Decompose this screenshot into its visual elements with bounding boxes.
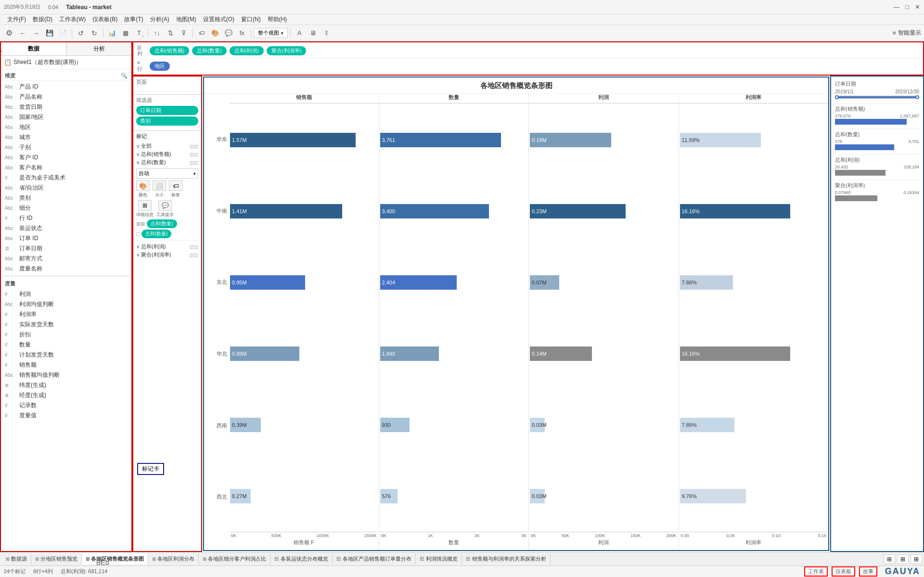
- tab-datasource[interactable]: ⊞ 数据源: [2, 553, 31, 564]
- toolbar-tooltip-icon[interactable]: 💬: [222, 27, 235, 39]
- tab-sales-profit-analysis[interactable]: 田 销售额与利润率的关系探索分析: [462, 553, 551, 564]
- measure-item-measure-value[interactable]: #度量值: [3, 410, 129, 421]
- measure-item-actual-ship-days[interactable]: #实际发货天数: [3, 320, 129, 330]
- dim-item-category[interactable]: Abc类别: [3, 193, 129, 203]
- measure-item-profit-judge[interactable]: Abc利润均值判断: [3, 299, 129, 309]
- toolbar-sort-asc-icon[interactable]: ↑↓: [151, 27, 163, 39]
- tab-region-sales-bar[interactable]: ⊞ 各地区销售概览条形图: [82, 553, 148, 564]
- toolbar-screen-icon[interactable]: 🖥: [307, 27, 319, 39]
- dim-item-product-name[interactable]: Abc产品名称: [3, 92, 129, 102]
- marks-auto-select[interactable]: 自动▾: [136, 168, 198, 179]
- measure-item-planned-ship-days[interactable]: #计划发货天数: [3, 350, 129, 360]
- dim-item-customer-name[interactable]: Abc客户名称: [3, 163, 129, 173]
- menu-file[interactable]: 文件(F): [4, 14, 29, 25]
- marks-detail-btn[interactable]: ⊞: [138, 200, 152, 211]
- close-button[interactable]: ✕: [915, 3, 920, 11]
- measure-item-quantity[interactable]: #数量: [3, 340, 129, 350]
- tab-profit-overview[interactable]: 田 利润情况概览: [416, 553, 462, 564]
- restore-button[interactable]: □: [905, 3, 909, 11]
- data-source-item[interactable]: 📋 Sheet1（超市数据(课用)）: [1, 56, 131, 69]
- menu-map[interactable]: 地图(M): [173, 14, 200, 25]
- minimize-button[interactable]: —: [893, 3, 899, 11]
- measure-item-longitude[interactable]: ⊕经度(生成): [3, 390, 129, 400]
- toolbar-bar-icon[interactable]: ▦: [119, 27, 132, 39]
- dim-item-ship-date[interactable]: Abc发货日期: [3, 102, 129, 112]
- measure-item-sales[interactable]: #销售额: [3, 360, 129, 370]
- dim-item-ship-mode[interactable]: Abc装运状态: [3, 223, 129, 233]
- menu-worksheet[interactable]: 工作表(W): [56, 14, 89, 25]
- dimension-search-icon[interactable]: 🔍: [121, 73, 128, 79]
- smart-display-button[interactable]: 智能显示: [898, 29, 921, 37]
- tab-data[interactable]: 数据: [1, 42, 66, 55]
- cols-pill-profit[interactable]: 总和(利润): [230, 46, 264, 55]
- toolbar-sort-desc-icon[interactable]: ⇅: [164, 27, 177, 39]
- cols-pill-profit-rate[interactable]: 聚合(利润率): [267, 46, 306, 55]
- menu-help[interactable]: 帮助(H): [264, 14, 291, 25]
- marks-size-btn[interactable]: ⬜: [153, 180, 166, 191]
- dim-item-region[interactable]: Abc地区: [3, 122, 129, 132]
- toolbar-back-icon[interactable]: ←: [16, 27, 29, 39]
- menu-window[interactable]: 窗口(N): [238, 14, 264, 25]
- toolbar-share-icon[interactable]: ⇪: [320, 27, 333, 39]
- dim-item-row-id[interactable]: #行 ID: [3, 213, 129, 223]
- dim-item-province[interactable]: Abc省/自治区: [3, 183, 129, 193]
- tab-analysis[interactable]: 分析: [66, 42, 131, 55]
- tab-action-2[interactable]: ⊞: [897, 554, 909, 564]
- cols-pill-sales[interactable]: 总和(销售额): [150, 46, 189, 55]
- slider-left-thumb[interactable]: [835, 95, 839, 99]
- menu-format[interactable]: 设置格式(O): [200, 14, 238, 25]
- cols-pill-qty[interactable]: 总和(数量): [192, 46, 226, 55]
- filter-pill-category[interactable]: 类别: [136, 116, 198, 126]
- menu-data[interactable]: 数据(D): [29, 14, 56, 25]
- toolbar-paint-icon[interactable]: 🎨: [209, 27, 221, 39]
- measure-item-profit-rate[interactable]: #利润率: [3, 309, 129, 320]
- toolbar-filter-icon[interactable]: ⊽: [178, 27, 190, 39]
- toolbar-settings-icon[interactable]: ⚙: [3, 27, 15, 39]
- tab-action-1[interactable]: ⊞: [884, 554, 895, 564]
- slider-right-thumb[interactable]: [915, 95, 919, 99]
- tab-product-sales-dist[interactable]: 田 各地区产品销售额订单量分布: [333, 553, 416, 564]
- filter-pill-order-date[interactable]: 订单日期: [136, 106, 198, 115]
- toolbar-new-icon[interactable]: 📄: [57, 27, 69, 39]
- dim-item-subcategory[interactable]: Abc子别: [3, 142, 129, 153]
- dim-item-city[interactable]: Abc城市: [3, 132, 129, 142]
- toolbar-chart-icon[interactable]: 📊: [106, 27, 118, 39]
- dim-item-order-id[interactable]: Abc订单 ID: [3, 233, 129, 244]
- dim-item-product-id[interactable]: Abc产品 ID: [3, 82, 129, 92]
- marks-sum-qty-pill1[interactable]: 总和(数量): [147, 219, 177, 228]
- menu-story[interactable]: 故事(T): [121, 14, 146, 25]
- toolbar-calc-icon[interactable]: fx: [236, 27, 248, 39]
- measure-item-profit[interactable]: #利润: [3, 289, 129, 299]
- dim-item-customer-id[interactable]: Abc客户 ID: [3, 153, 129, 163]
- tab-region-profit-dist[interactable]: ⊞ 各地区利润分布: [148, 553, 199, 564]
- measure-item-discount[interactable]: #折扣: [3, 330, 129, 340]
- dim-item-country[interactable]: Abc国家/地区: [3, 112, 129, 122]
- marks-label-btn[interactable]: 🏷: [169, 180, 182, 191]
- toolbar-font-icon[interactable]: A: [293, 27, 306, 39]
- dim-item-measure-name[interactable]: Abc度量名称: [3, 264, 129, 274]
- toolbar-undo-icon[interactable]: ↺: [75, 27, 87, 39]
- marks-color-btn[interactable]: 🎨: [136, 180, 150, 191]
- menu-dashboard[interactable]: 仪表板(B): [89, 14, 121, 25]
- tab-region-customer-profit[interactable]: ⊞ 各地区细分客户利润占比: [199, 553, 270, 564]
- tab-region-sales-preview[interactable]: ⊞ 分地区销售预览: [31, 553, 82, 564]
- menu-analysis[interactable]: 分析(A): [147, 14, 173, 25]
- toolbar-label-icon[interactable]: 🏷: [195, 27, 208, 39]
- dim-item-ship-type[interactable]: Abc邮寄方式: [3, 254, 129, 264]
- measure-item-latitude[interactable]: ⊕纬度(生成): [3, 380, 129, 390]
- toolbar-save-icon[interactable]: 💾: [43, 27, 56, 39]
- measure-item-sales-judge[interactable]: Abc销售额均值判断: [3, 370, 129, 380]
- toolbar-view-dropdown[interactable]: 整个视图 ▾: [254, 28, 288, 38]
- dim-item-art-flag[interactable]: #是否为桌子或美术: [3, 173, 129, 183]
- measure-item-record-count[interactable]: #记录数: [3, 400, 129, 410]
- tab-shipping-overview[interactable]: 田 各装运状态分布概览: [270, 553, 333, 564]
- marks-sum-qty-pill2[interactable]: 总和(数量): [141, 230, 172, 238]
- dim-item-segment[interactable]: Abc细分: [3, 203, 129, 213]
- tab-action-3[interactable]: ⊞: [911, 554, 922, 564]
- toolbar-text-icon[interactable]: T↓: [133, 27, 145, 39]
- dim-item-order-date[interactable]: 🗓订单日期: [3, 244, 129, 254]
- toolbar-forward-icon[interactable]: →: [30, 27, 42, 39]
- toolbar-redo-icon[interactable]: ↻: [88, 27, 101, 39]
- rows-pill-region[interactable]: 地区: [150, 62, 170, 71]
- marks-tooltip-btn[interactable]: 💬: [158, 200, 172, 211]
